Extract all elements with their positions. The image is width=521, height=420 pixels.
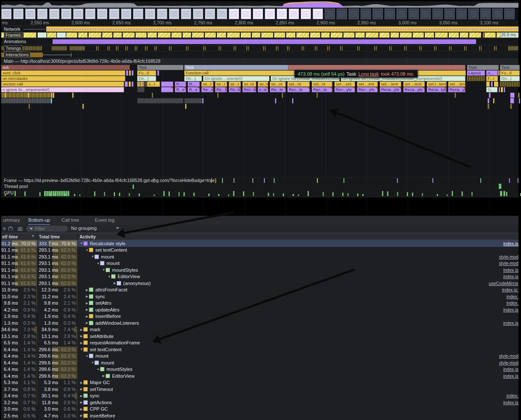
source-link[interactable]: useCodeMirror bbox=[489, 281, 518, 286]
screenshot-thumbnail[interactable] bbox=[229, 9, 239, 19]
frame-partial-block[interactable] bbox=[24, 32, 36, 38]
timing-marker[interactable] bbox=[41, 46, 42, 50]
whole-word-button[interactable]: ab bbox=[18, 226, 23, 231]
screenshot-thumbnail[interactable] bbox=[313, 9, 323, 19]
timing-marker[interactable] bbox=[76, 46, 77, 50]
timing-marker[interactable] bbox=[516, 46, 517, 50]
flame-block[interactable]: set ...tent bbox=[403, 82, 425, 87]
activity-cell[interactable]: ▶requestAnimationFrame bbox=[78, 340, 518, 347]
timing-marker[interactable] bbox=[118, 46, 118, 50]
timing-marker[interactable] bbox=[26, 46, 27, 50]
flame-block[interactable]: Rec...yle bbox=[335, 87, 355, 92]
frame-partial-block[interactable] bbox=[497, 32, 500, 38]
timing-marker[interactable] bbox=[329, 46, 330, 50]
frame-partial-block[interactable] bbox=[366, 32, 379, 38]
timing-marker[interactable] bbox=[496, 46, 497, 50]
source-link[interactable]: index. bbox=[506, 294, 518, 299]
flame-block[interactable] bbox=[282, 93, 283, 98]
flame-block[interactable] bbox=[83, 104, 84, 109]
timing-marker[interactable] bbox=[464, 46, 465, 50]
flame-block[interactable]: F...I bbox=[486, 76, 498, 81]
screenshot-thumbnail[interactable] bbox=[277, 9, 287, 19]
source-link[interactable]: index. bbox=[506, 393, 518, 398]
frame-partial-block[interactable] bbox=[379, 32, 390, 38]
flame-block[interactable] bbox=[491, 82, 493, 87]
column-activity[interactable]: Activity bbox=[80, 234, 96, 239]
screenshot-thumbnail[interactable] bbox=[456, 9, 467, 19]
timing-marker[interactable] bbox=[147, 46, 148, 50]
activity-cell[interactable]: ▼EditorViewindex.js bbox=[78, 273, 518, 280]
timing-marker[interactable] bbox=[481, 46, 482, 50]
screenshot-thumbnail[interactable] bbox=[205, 9, 215, 19]
frame-partial-block[interactable] bbox=[286, 32, 296, 38]
timing-marker[interactable] bbox=[220, 46, 221, 50]
flame-block[interactable] bbox=[500, 82, 520, 87]
frame-partial-block[interactable] bbox=[391, 32, 399, 38]
table-row[interactable]: 9.8 ms 2.1 %9.8 ms 2.1 %▶setAttrsindex. bbox=[1, 300, 518, 307]
source-link[interactable]: index.js bbox=[503, 274, 518, 279]
activity-cell[interactable]: ▶syncindex. bbox=[78, 293, 518, 300]
screenshot-thumbnail[interactable] bbox=[61, 9, 71, 19]
timing-marker[interactable] bbox=[479, 46, 480, 50]
frame-partial-block[interactable] bbox=[274, 32, 285, 38]
timing-marker[interactable] bbox=[57, 46, 58, 50]
tab-event-log[interactable]: Event log bbox=[95, 216, 115, 224]
timing-marker[interactable] bbox=[340, 46, 341, 50]
timing-marker[interactable] bbox=[466, 46, 467, 50]
expanded-arrow-icon[interactable]: ▼ bbox=[91, 255, 95, 258]
flame-block[interactable] bbox=[137, 87, 145, 92]
timing-marker[interactable] bbox=[52, 46, 53, 50]
screenshot-thumbnail[interactable] bbox=[25, 9, 36, 19]
flame-block[interactable] bbox=[217, 93, 219, 98]
table-row[interactable]: 1.9 ms 0.4 %1.9 ms 0.4 %▶insertBefore bbox=[1, 313, 518, 320]
timing-marker[interactable] bbox=[517, 46, 518, 50]
flame-block[interactable]: set ...tent bbox=[380, 82, 401, 87]
timing-marker[interactable] bbox=[265, 46, 266, 50]
flame-block[interactable]: ask bbox=[1, 65, 130, 70]
flame-block[interactable] bbox=[72, 93, 74, 98]
timing-marker[interactable] bbox=[436, 46, 437, 50]
flame-block[interactable] bbox=[519, 98, 520, 103]
table-row[interactable]: 6.4 ms 1.4 %299.6 ms 63.3 %▼set textCont… bbox=[1, 346, 518, 353]
table-row[interactable]: 6.4 ms 1.4 %299.6 ms 63.3 %▼mountStylesi… bbox=[1, 366, 518, 373]
animation-bar[interactable] bbox=[53, 39, 476, 44]
timing-marker[interactable] bbox=[376, 46, 377, 50]
source-link[interactable]: index.js bbox=[503, 367, 518, 372]
frame-partial-block[interactable] bbox=[192, 32, 204, 38]
frame-partial-block[interactable] bbox=[469, 32, 481, 38]
frame-partial-block[interactable] bbox=[310, 32, 320, 38]
timing-marker[interactable] bbox=[37, 46, 38, 50]
frame-partial-block[interactable] bbox=[261, 32, 273, 38]
screenshot-thumbnail[interactable] bbox=[409, 9, 419, 19]
flame-block[interactable] bbox=[184, 98, 202, 103]
timing-marker[interactable] bbox=[28, 46, 29, 50]
timing-marker[interactable] bbox=[357, 46, 358, 50]
table-row[interactable]: 6.5 ms 1.4 %6.5 ms 1.4 %▶requestAnimatio… bbox=[1, 340, 518, 347]
activity-cell[interactable]: ▼set textContent bbox=[78, 346, 518, 353]
timing-marker[interactable] bbox=[186, 46, 187, 50]
flame-block[interactable]: Rec...le bbox=[312, 87, 332, 92]
expanded-arrow-icon[interactable]: ▼ bbox=[85, 354, 89, 358]
flame-block[interactable] bbox=[152, 93, 153, 98]
timing-marker[interactable] bbox=[248, 46, 249, 50]
screenshot-thumbnail[interactable] bbox=[253, 9, 263, 19]
frame-partial-block[interactable] bbox=[227, 32, 240, 38]
timing-marker[interactable] bbox=[511, 46, 512, 50]
activity-cell[interactable]: ▼mountStylesindex.js bbox=[78, 267, 518, 273]
collapsed-arrow-icon[interactable]: ▶ bbox=[80, 400, 83, 404]
frame-partial-block[interactable] bbox=[485, 32, 496, 38]
timing-marker[interactable] bbox=[1, 46, 2, 50]
table-row[interactable]: 3.2 ms 0.7 %11.8 ms 2.5 %▶getActionsinde… bbox=[1, 399, 518, 406]
timing-marker[interactable] bbox=[374, 46, 375, 50]
flame-block[interactable] bbox=[129, 70, 131, 76]
timing-marker[interactable] bbox=[79, 46, 80, 50]
timing-marker[interactable] bbox=[278, 46, 278, 50]
timing-marker[interactable] bbox=[38, 46, 39, 50]
flame-block[interactable]: O... bbox=[486, 87, 497, 92]
flame-block[interactable] bbox=[5, 93, 6, 98]
flame-block[interactable] bbox=[1, 98, 51, 103]
screenshot-thumbnail[interactable] bbox=[145, 9, 155, 19]
tab-bottom-up[interactable]: Bottom-up bbox=[28, 216, 50, 225]
timing-marker[interactable] bbox=[276, 46, 277, 50]
timing-marker[interactable] bbox=[171, 46, 172, 50]
